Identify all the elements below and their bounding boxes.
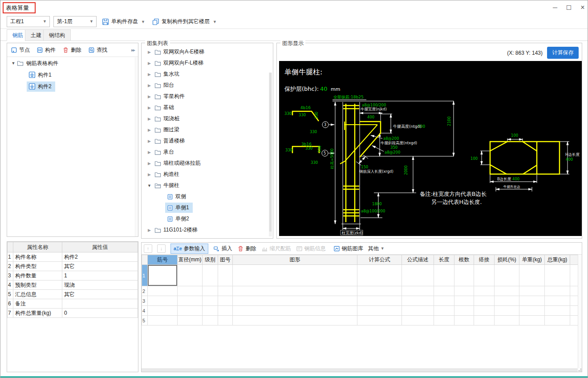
table-cell[interactable] [454, 306, 474, 316]
table-cell[interactable] [233, 296, 357, 306]
table-cell[interactable] [434, 316, 454, 325]
atlas-item-单侧2[interactable]: 单侧2 [142, 213, 268, 224]
table-cell[interactable] [178, 316, 203, 325]
rebar-info-button[interactable]: 钢筋信息 [296, 245, 326, 252]
expand-arrow-icon[interactable]: ▶ [146, 172, 153, 177]
atlas-item-牛腿柱[interactable]: ▼牛腿柱 [142, 180, 268, 191]
table-cell[interactable] [519, 286, 545, 296]
move-up-button[interactable]: ↑ [144, 244, 152, 253]
table-cell[interactable] [474, 265, 495, 286]
atlas-item-承台[interactable]: ▶承台 [142, 146, 268, 158]
table-cell[interactable] [178, 286, 203, 296]
column-header-直径(mm)[interactable]: 直径(mm) [178, 255, 203, 265]
property-value[interactable]: 构件2 [62, 252, 138, 262]
table-cell[interactable] [474, 306, 495, 316]
delete-button[interactable]: 删除 [62, 46, 81, 54]
tree-root-row[interactable]: ▼ 钢筋表格构件 [7, 57, 134, 69]
atlas-item-构造柱[interactable]: ▶构造柱 [142, 169, 268, 180]
more-chevron-icon[interactable]: ▸▸ [131, 47, 134, 53]
row-number[interactable]: 5 [142, 316, 148, 325]
table-cell[interactable] [402, 286, 434, 296]
property-value[interactable]: 其它 [62, 262, 138, 271]
expand-arrow-icon[interactable]: ▶ [146, 50, 153, 54]
table-cell[interactable] [545, 265, 570, 286]
expand-arrow-icon[interactable]: ▶ [146, 72, 153, 77]
rebar-library-button[interactable]: 钢筋图库 [333, 245, 363, 252]
table-cell[interactable] [233, 265, 357, 286]
save-component-button[interactable]: 单构件存盘 ▼ [100, 16, 147, 27]
atlas-item-基础[interactable]: ▶基础 [142, 102, 268, 113]
table-cell[interactable] [218, 316, 233, 325]
atlas-item-现浇桩[interactable]: ▶现浇桩 [142, 113, 268, 124]
column-header-总重(kg)[interactable]: 总重(kg) [545, 255, 570, 265]
atlas-item-普通楼梯[interactable]: ▶普通楼梯 [142, 135, 268, 146]
table-cell[interactable] [203, 306, 218, 316]
expand-arrow-icon[interactable]: ▶ [146, 61, 153, 65]
atlas-scrollbar[interactable] [269, 73, 272, 236]
expand-arrow-icon[interactable]: ▶ [146, 117, 153, 121]
tree-item-component1[interactable]: 构件1 [7, 69, 134, 81]
table-cell[interactable] [454, 316, 474, 325]
component-button[interactable]: 构件 [36, 46, 56, 54]
table-cell[interactable] [434, 296, 454, 306]
atlas-item-双网双向A-E楼梯[interactable]: ▶双网双向A-E楼梯 [142, 46, 268, 57]
close-button[interactable]: × [577, 3, 588, 12]
table-cell[interactable] [218, 306, 233, 316]
column-header-搭接[interactable]: 搭接 [474, 255, 495, 265]
table-cell[interactable] [545, 316, 570, 325]
atlas-item-双网双向F-L楼梯[interactable]: ▶双网双向F-L楼梯 [142, 57, 268, 69]
insert-button[interactable]: 插入 [213, 245, 232, 252]
calc-save-button[interactable]: 计算保存 [547, 47, 579, 59]
table-cell[interactable] [148, 265, 178, 286]
table-cell[interactable] [203, 316, 218, 325]
table-cell[interactable] [495, 286, 519, 296]
atlas-item-集水坑[interactable]: ▶集水坑 [142, 69, 268, 80]
atlas-item-板翘启梁[interactable]: ▶板翘启梁 [142, 236, 268, 237]
table-cell[interactable] [357, 265, 402, 286]
column-header-根数[interactable]: 根数 [454, 255, 474, 265]
param-input-button[interactable]: a⌶e 参数输入 [170, 244, 208, 254]
column-header-公式描述[interactable]: 公式描述 [402, 255, 434, 265]
copy-component-button[interactable]: 复制构件到其它楼层 ▼ [150, 16, 219, 27]
table-cell[interactable] [178, 306, 203, 316]
row-number[interactable]: 2 [142, 286, 148, 296]
table-cell[interactable] [203, 296, 218, 306]
column-header-图形[interactable]: 图形 [233, 255, 357, 265]
table-cell[interactable] [495, 296, 519, 306]
column-header-钢筋[interactable]: 钢筋 [570, 255, 578, 265]
atlas-item-零星构件[interactable]: ▶零星构件 [142, 91, 268, 102]
row-number[interactable]: 3 [142, 296, 148, 306]
expand-arrow-icon[interactable]: ▶ [146, 94, 153, 99]
table-cell[interactable] [545, 296, 570, 306]
resize-grip[interactable] [578, 368, 581, 371]
table-cell[interactable] [402, 306, 434, 316]
table-cell[interactable] [434, 306, 454, 316]
property-value[interactable]: 其它 [62, 290, 138, 299]
row-number[interactable]: 1 [142, 265, 148, 286]
table-cell[interactable] [218, 296, 233, 306]
table-cell[interactable] [178, 265, 203, 286]
table-horizontal-scrollbar[interactable] [142, 368, 578, 372]
expand-arrow-icon[interactable]: ▶ [146, 139, 153, 143]
table-cell[interactable] [570, 316, 578, 325]
table-cell[interactable] [519, 296, 545, 306]
table-cell[interactable] [519, 306, 545, 316]
table-cell[interactable] [570, 306, 578, 316]
table-cell[interactable] [519, 316, 545, 325]
table-cell[interactable] [148, 306, 178, 316]
tab-steel[interactable]: 钢结构 [43, 29, 71, 41]
project-select[interactable]: 工程1 ▼ [7, 16, 50, 27]
maximize-button[interactable]: ☐ [563, 3, 575, 12]
expand-arrow-icon[interactable]: ▶ [146, 161, 153, 166]
expand-arrow-icon[interactable]: ▶ [146, 228, 153, 232]
property-value[interactable]: 现浇 [62, 280, 138, 290]
table-cell[interactable] [519, 265, 545, 286]
table-cell[interactable] [148, 286, 178, 296]
delete-row-button[interactable]: 删除 [237, 245, 256, 252]
table-cell[interactable] [545, 286, 570, 296]
table-cell[interactable] [218, 265, 233, 286]
table-cell[interactable] [570, 286, 578, 296]
move-down-button[interactable]: ↓ [157, 244, 166, 253]
column-header-计算公式[interactable]: 计算公式 [357, 255, 402, 265]
other-button[interactable]: 其他 ▼ [368, 245, 385, 252]
